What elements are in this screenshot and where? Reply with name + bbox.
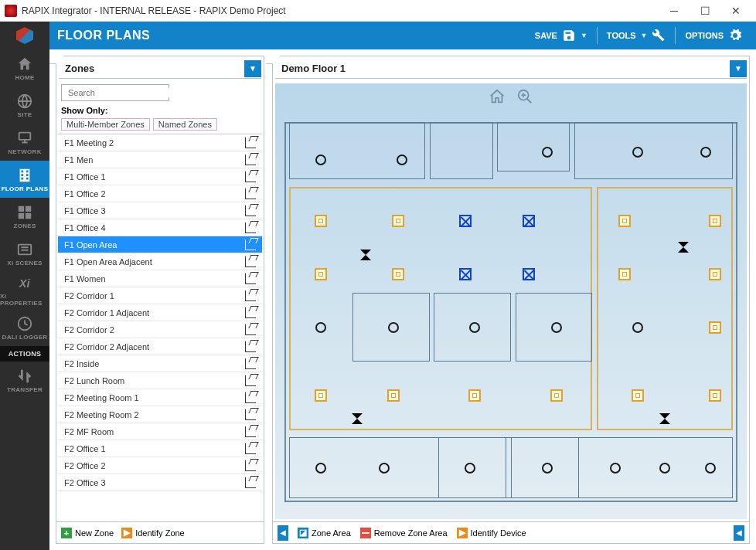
zone-row[interactable]: F1 Men xyxy=(58,151,262,168)
zone-flag-icon xyxy=(245,154,256,165)
sidebar-item-home[interactable]: HOME xyxy=(0,49,49,87)
floor-canvas[interactable] xyxy=(275,83,747,519)
floor-dropdown[interactable]: Demo Floor 1▼ xyxy=(275,59,747,79)
save-icon xyxy=(562,29,576,42)
zone-flag-icon xyxy=(245,239,256,250)
window-title: RAPIX Integrator - INTERNAL RELEASE - RA… xyxy=(22,5,659,16)
svg-rect-5 xyxy=(21,174,23,176)
minus-icon xyxy=(360,528,371,538)
flag-icon: ◪ xyxy=(298,528,308,538)
zone-row[interactable]: F2 Office 2 xyxy=(58,457,262,474)
window-titlebar: RAPIX Integrator - INTERNAL RELEASE - RA… xyxy=(0,0,756,22)
sidebar-item-network[interactable]: NETWORK xyxy=(0,124,49,161)
zone-flag-icon xyxy=(245,307,256,318)
zone-row[interactable]: F2 MF Room xyxy=(58,423,262,440)
ribbon: FLOOR PLANS SAVE ▼ TOOLS▼ OPTIONS xyxy=(49,22,756,49)
globe-icon xyxy=(16,93,33,110)
zone-row[interactable]: F2 Office 3 xyxy=(58,474,262,491)
tools-button[interactable]: TOOLS▼ xyxy=(601,22,673,49)
zone-row[interactable]: F1 Office 4 xyxy=(58,219,262,236)
zone-flag-icon xyxy=(245,460,256,471)
zone-area-button[interactable]: ◪Zone Area xyxy=(298,528,351,538)
plus-icon: + xyxy=(61,528,72,538)
network-icon xyxy=(16,130,33,147)
zone-row[interactable]: F2 Meeting Room 2 xyxy=(58,406,262,423)
svg-rect-8 xyxy=(26,177,29,179)
svg-text:Xi: Xi xyxy=(19,277,31,290)
zone-row[interactable]: F1 Office 1 xyxy=(58,168,262,185)
scroll-right-button[interactable]: ◀ xyxy=(734,525,744,541)
sidebar-item-zones[interactable]: ZONES xyxy=(0,198,49,235)
zone-row[interactable]: F1 Office 3 xyxy=(58,202,262,219)
zone-flag-icon xyxy=(245,324,256,335)
zones-dropdown[interactable]: Zones▼ xyxy=(59,59,261,79)
zones-list[interactable]: F1 Meeting 2F1 MenF1 Office 1F1 Office 2… xyxy=(58,134,262,521)
zone-row[interactable]: F2 Corridor 1 Adjacent xyxy=(58,304,262,321)
zone-row[interactable]: F2 Office 1 xyxy=(58,440,262,457)
floorplan-drawing xyxy=(284,122,737,502)
page-title: FLOOR PLANS xyxy=(57,29,529,42)
close-button[interactable]: ✕ xyxy=(720,2,751,20)
zone-row[interactable]: F1 Women xyxy=(58,270,262,287)
zone-row[interactable]: F2 Corridor 2 xyxy=(58,321,262,338)
zone-flag-icon xyxy=(245,375,256,386)
zone-row[interactable]: F2 Meeting Room 1 xyxy=(58,389,262,406)
sidebar-heading-actions: ACTIONS xyxy=(0,346,49,362)
canvas-toolbar xyxy=(489,88,533,105)
filter-named-zones[interactable]: Named Zones xyxy=(153,118,217,131)
zone-row[interactable]: F2 Inside xyxy=(58,355,262,372)
floor-panel: Demo Floor 1▼ xyxy=(272,56,750,544)
zone-flag-icon xyxy=(245,222,256,233)
clock-icon xyxy=(16,315,33,332)
sidebar-item-dalilogger[interactable]: DALI LOGGER xyxy=(0,309,49,346)
zones-footer: +New Zone ▶Identify Zone xyxy=(56,521,264,543)
grid-icon xyxy=(16,204,33,221)
zone-flag-icon xyxy=(245,426,256,437)
zone-flag-icon xyxy=(245,290,256,301)
zone-row[interactable]: F2 Lunch Room xyxy=(58,372,262,389)
zone-row[interactable]: F1 Meeting 2 xyxy=(58,134,262,151)
chevron-down-icon: ▼ xyxy=(730,60,747,77)
options-button[interactable]: OPTIONS xyxy=(679,22,748,49)
sidebar-item-xiprops[interactable]: XiXi PROPERTIES xyxy=(0,272,49,309)
zone-flag-icon xyxy=(245,341,256,352)
svg-rect-1 xyxy=(19,132,31,139)
svg-rect-3 xyxy=(21,170,23,172)
zone-row[interactable]: F2 Corridor 1 xyxy=(58,287,262,304)
zone-row[interactable]: F1 Office 2 xyxy=(58,185,262,202)
building-icon xyxy=(16,167,33,184)
zone-row[interactable]: F1 Open Area Adjacent xyxy=(58,253,262,270)
svg-rect-9 xyxy=(19,205,24,211)
home-icon[interactable] xyxy=(489,88,506,105)
sidebar-item-site[interactable]: SITE xyxy=(0,87,49,124)
scroll-left-button[interactable]: ◀ xyxy=(278,525,288,541)
maximize-button[interactable]: ☐ xyxy=(690,2,720,20)
zone-row[interactable]: F1 Open Area xyxy=(58,236,262,253)
zone-flag-icon xyxy=(245,392,256,403)
wrench-icon xyxy=(652,29,666,42)
sidebar-item-xiscenes[interactable]: Xi SCENES xyxy=(0,235,49,272)
sidebar-item-transfer[interactable]: TRANSFER xyxy=(0,362,49,399)
zone-flag-icon xyxy=(245,138,256,148)
zone-flag-icon xyxy=(245,273,256,284)
filter-multi-member[interactable]: Multi-Member Zones xyxy=(61,118,150,131)
save-button[interactable]: SAVE ▼ xyxy=(529,22,594,49)
svg-rect-6 xyxy=(26,174,29,176)
minimize-button[interactable]: ─ xyxy=(659,2,690,20)
search-input[interactable] xyxy=(61,84,169,101)
zoom-icon[interactable] xyxy=(516,88,533,105)
zone-row[interactable]: F2 Corridor 2 Adjacent xyxy=(58,338,262,355)
identify-device-button[interactable]: ▶Identify Device xyxy=(457,528,526,538)
remove-zone-area-button[interactable]: Remove Zone Area xyxy=(360,528,448,538)
flag-icon: ▶ xyxy=(457,528,468,538)
zone-flag-icon xyxy=(245,188,256,199)
transfer-icon xyxy=(16,368,33,385)
svg-rect-7 xyxy=(21,177,23,179)
gear-icon xyxy=(728,29,742,42)
sidebar-item-floorplans[interactable]: FLOOR PLANS xyxy=(0,161,49,198)
zone-flag-icon xyxy=(245,358,256,369)
zone-flag-icon xyxy=(245,443,256,454)
show-only-label: Show Only: xyxy=(56,104,264,117)
identify-zone-button[interactable]: ▶Identify Zone xyxy=(121,528,185,538)
new-zone-button[interactable]: +New Zone xyxy=(61,528,114,538)
